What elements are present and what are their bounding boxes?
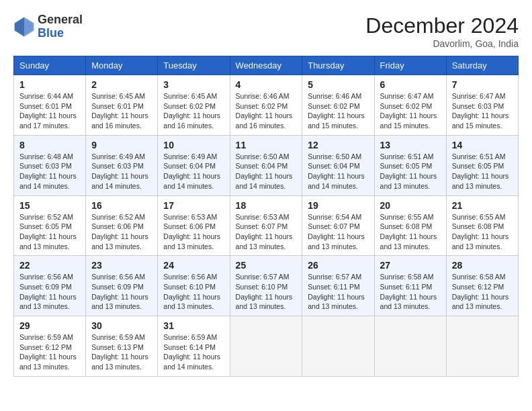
day-number: 20 <box>380 200 441 211</box>
day-info: Sunrise: 6:58 AMSunset: 6:11 PMDaylight:… <box>380 272 441 312</box>
header-row: SundayMondayTuesdayWednesdayThursdayFrid… <box>14 56 519 75</box>
day-info: Sunrise: 6:47 AMSunset: 6:02 PMDaylight:… <box>380 91 441 131</box>
day-number: 24 <box>163 260 224 271</box>
day-info: Sunrise: 6:56 AMSunset: 6:10 PMDaylight:… <box>163 272 224 312</box>
day-number: 16 <box>91 200 152 211</box>
calendar-week-1: 1Sunrise: 6:44 AMSunset: 6:01 PMDaylight… <box>14 75 519 136</box>
day-number: 12 <box>308 140 368 150</box>
day-number: 15 <box>19 200 80 211</box>
day-number: 19 <box>308 200 368 211</box>
day-info: Sunrise: 6:45 AMSunset: 6:01 PMDaylight:… <box>91 91 152 131</box>
calendar-cell: 31Sunrise: 6:59 AMSunset: 6:14 PMDayligh… <box>158 316 230 377</box>
calendar-cell <box>230 316 302 377</box>
calendar-cell: 13Sunrise: 6:51 AMSunset: 6:05 PMDayligh… <box>374 135 446 195</box>
day-info: Sunrise: 6:49 AMSunset: 6:03 PMDaylight:… <box>91 152 152 191</box>
calendar-cell: 14Sunrise: 6:51 AMSunset: 6:05 PMDayligh… <box>446 135 518 195</box>
day-info: Sunrise: 6:46 AMSunset: 6:02 PMDaylight:… <box>236 91 297 131</box>
calendar-cell: 15Sunrise: 6:52 AMSunset: 6:05 PMDayligh… <box>14 195 86 256</box>
day-info: Sunrise: 6:51 AMSunset: 6:05 PMDaylight:… <box>452 152 513 191</box>
calendar-cell: 6Sunrise: 6:47 AMSunset: 6:02 PMDaylight… <box>374 75 446 136</box>
day-number: 22 <box>19 260 80 271</box>
day-info: Sunrise: 6:56 AMSunset: 6:09 PMDaylight:… <box>19 272 80 312</box>
day-info: Sunrise: 6:46 AMSunset: 6:02 PMDaylight:… <box>308 91 368 131</box>
calendar-cell: 16Sunrise: 6:52 AMSunset: 6:06 PMDayligh… <box>86 195 158 256</box>
calendar-cell: 28Sunrise: 6:58 AMSunset: 6:12 PMDayligh… <box>446 256 518 316</box>
day-number: 18 <box>236 200 297 211</box>
day-number: 27 <box>380 260 441 271</box>
day-header-tuesday: Tuesday <box>158 56 230 75</box>
calendar-cell: 21Sunrise: 6:55 AMSunset: 6:08 PMDayligh… <box>446 195 518 256</box>
calendar-cell: 10Sunrise: 6:49 AMSunset: 6:04 PMDayligh… <box>158 135 230 195</box>
calendar-table: SundayMondayTuesdayWednesdayThursdayFrid… <box>13 56 519 377</box>
day-number: 21 <box>452 200 513 211</box>
calendar-cell: 29Sunrise: 6:59 AMSunset: 6:12 PMDayligh… <box>14 316 86 377</box>
day-number: 4 <box>236 79 297 90</box>
calendar-cell <box>302 316 374 377</box>
location-subtitle: Davorlim, Goa, India <box>365 38 519 49</box>
day-number: 26 <box>308 260 368 271</box>
day-info: Sunrise: 6:50 AMSunset: 6:04 PMDaylight:… <box>236 152 297 191</box>
day-number: 13 <box>380 140 441 150</box>
calendar-cell: 1Sunrise: 6:44 AMSunset: 6:01 PMDaylight… <box>14 75 86 136</box>
title-block: December 2024 Davorlim, Goa, India <box>365 13 519 49</box>
logo: General Blue <box>13 13 83 40</box>
day-info: Sunrise: 6:45 AMSunset: 6:02 PMDaylight:… <box>163 91 224 131</box>
day-info: Sunrise: 6:59 AMSunset: 6:12 PMDaylight:… <box>19 332 80 372</box>
day-info: Sunrise: 6:51 AMSunset: 6:05 PMDaylight:… <box>380 152 441 191</box>
logo-text: General Blue <box>38 13 83 40</box>
calendar-cell: 3Sunrise: 6:45 AMSunset: 6:02 PMDaylight… <box>158 75 230 136</box>
calendar-week-2: 8Sunrise: 6:48 AMSunset: 6:03 PMDaylight… <box>14 135 519 195</box>
day-header-thursday: Thursday <box>302 56 374 75</box>
day-header-saturday: Saturday <box>446 56 518 75</box>
calendar-cell <box>446 316 518 377</box>
day-number: 30 <box>91 320 152 331</box>
calendar-body: 1Sunrise: 6:44 AMSunset: 6:01 PMDaylight… <box>14 75 519 377</box>
day-number: 10 <box>163 140 224 150</box>
svg-marker-2 <box>15 17 24 36</box>
calendar-cell: 19Sunrise: 6:54 AMSunset: 6:07 PMDayligh… <box>302 195 374 256</box>
calendar-cell: 9Sunrise: 6:49 AMSunset: 6:03 PMDaylight… <box>86 135 158 195</box>
day-number: 6 <box>380 79 441 90</box>
calendar-week-4: 22Sunrise: 6:56 AMSunset: 6:09 PMDayligh… <box>14 256 519 316</box>
day-header-sunday: Sunday <box>14 56 86 75</box>
day-number: 5 <box>308 79 368 90</box>
day-number: 29 <box>19 320 80 331</box>
day-number: 17 <box>163 200 224 211</box>
day-info: Sunrise: 6:48 AMSunset: 6:03 PMDaylight:… <box>19 152 80 191</box>
calendar-cell: 11Sunrise: 6:50 AMSunset: 6:04 PMDayligh… <box>230 135 302 195</box>
day-number: 2 <box>91 79 152 90</box>
day-info: Sunrise: 6:50 AMSunset: 6:04 PMDaylight:… <box>308 152 368 191</box>
day-info: Sunrise: 6:53 AMSunset: 6:06 PMDaylight:… <box>163 212 224 252</box>
page-header: General Blue December 2024 Davorlim, Goa… <box>13 13 519 49</box>
calendar-cell: 2Sunrise: 6:45 AMSunset: 6:01 PMDaylight… <box>86 75 158 136</box>
day-info: Sunrise: 6:54 AMSunset: 6:07 PMDaylight:… <box>308 212 368 252</box>
day-number: 9 <box>91 140 152 150</box>
calendar-week-3: 15Sunrise: 6:52 AMSunset: 6:05 PMDayligh… <box>14 195 519 256</box>
day-number: 31 <box>163 320 224 331</box>
day-info: Sunrise: 6:59 AMSunset: 6:14 PMDaylight:… <box>163 332 224 372</box>
calendar-cell: 4Sunrise: 6:46 AMSunset: 6:02 PMDaylight… <box>230 75 302 136</box>
day-header-monday: Monday <box>86 56 158 75</box>
calendar-cell: 20Sunrise: 6:55 AMSunset: 6:08 PMDayligh… <box>374 195 446 256</box>
day-info: Sunrise: 6:55 AMSunset: 6:08 PMDaylight:… <box>380 212 441 252</box>
day-number: 28 <box>452 260 513 271</box>
calendar-cell: 26Sunrise: 6:57 AMSunset: 6:11 PMDayligh… <box>302 256 374 316</box>
calendar-cell: 12Sunrise: 6:50 AMSunset: 6:04 PMDayligh… <box>302 135 374 195</box>
calendar-cell: 17Sunrise: 6:53 AMSunset: 6:06 PMDayligh… <box>158 195 230 256</box>
day-number: 11 <box>236 140 297 150</box>
calendar-cell: 24Sunrise: 6:56 AMSunset: 6:10 PMDayligh… <box>158 256 230 316</box>
day-info: Sunrise: 6:52 AMSunset: 6:05 PMDaylight:… <box>19 212 80 252</box>
day-number: 8 <box>19 140 80 150</box>
calendar-cell: 18Sunrise: 6:53 AMSunset: 6:07 PMDayligh… <box>230 195 302 256</box>
calendar-cell: 23Sunrise: 6:56 AMSunset: 6:09 PMDayligh… <box>86 256 158 316</box>
day-info: Sunrise: 6:47 AMSunset: 6:03 PMDaylight:… <box>452 91 513 131</box>
day-info: Sunrise: 6:59 AMSunset: 6:13 PMDaylight:… <box>91 332 152 372</box>
calendar-cell: 30Sunrise: 6:59 AMSunset: 6:13 PMDayligh… <box>86 316 158 377</box>
calendar-cell: 7Sunrise: 6:47 AMSunset: 6:03 PMDaylight… <box>446 75 518 136</box>
day-info: Sunrise: 6:53 AMSunset: 6:07 PMDaylight:… <box>236 212 297 252</box>
month-title: December 2024 <box>365 13 519 38</box>
day-number: 1 <box>19 79 80 90</box>
day-number: 23 <box>91 260 152 271</box>
day-info: Sunrise: 6:57 AMSunset: 6:10 PMDaylight:… <box>236 272 297 312</box>
calendar-cell: 27Sunrise: 6:58 AMSunset: 6:11 PMDayligh… <box>374 256 446 316</box>
